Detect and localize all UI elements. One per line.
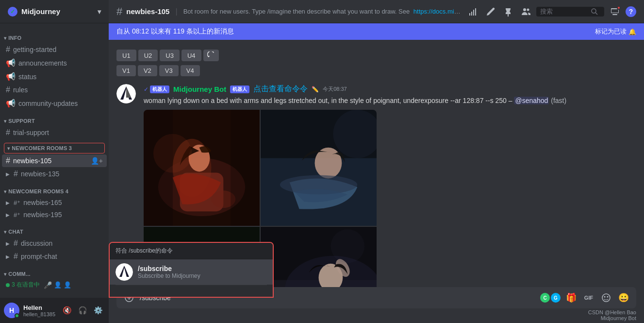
megaphone-icon: 📢 [6, 58, 16, 68]
notification-text: 自从 08:12 以来有 119 条以上的新消息 [116, 27, 234, 36]
inbox-icon-btn[interactable] [608, 5, 622, 18]
sidebar-item-newbies-165[interactable]: ▶ #⁺ newbies-165 [2, 197, 107, 208]
gift-button[interactable]: 🎁 [564, 291, 578, 305]
pin-icon-btn[interactable] [501, 5, 515, 18]
cg-icon-group[interactable]: C G [540, 293, 561, 303]
image-cell-2[interactable] [261, 110, 377, 226]
mute-button[interactable]: 🔇 [60, 304, 74, 317]
refresh-button[interactable] [203, 50, 219, 61]
megaphone-icon: 📢 [6, 99, 16, 108]
members-icon-btn[interactable] [519, 5, 532, 18]
headset-button[interactable]: 🎧 [76, 304, 89, 317]
sidebar-item-trial-support[interactable]: # trial-support [2, 126, 107, 139]
docs-link[interactable]: https://docs.midjourney... [413, 8, 462, 15]
hash-icon: # [6, 85, 10, 94]
user-icon-1: 👤 [54, 281, 62, 289]
user-controls: 🔇 🎧 ⚙️ [60, 304, 105, 317]
sidebar-item-announcements[interactable]: 📢 announcements [2, 56, 107, 69]
section-support[interactable]: ▾ SUPPORT [0, 110, 109, 126]
channel-label: community-updates [18, 100, 78, 107]
edit-icon-btn[interactable] [484, 5, 497, 18]
sticker-button[interactable] [599, 291, 613, 305]
message-timestamp: 今天08:37 [323, 85, 347, 93]
author-bot-tag: 机器人 [230, 85, 249, 93]
sidebar-item-newbies-135[interactable]: ▶ # newbies-135 [2, 168, 107, 180]
sidebar-item-discussion[interactable]: ▶ # discussion [2, 237, 107, 250]
search-box[interactable] [536, 7, 604, 17]
message-header: ✓ 机器人 Midjourney Bot 机器人 点击查看命令令 ✏️ 今天08… [144, 84, 636, 94]
settings-button[interactable]: ⚙️ [91, 304, 105, 317]
mj-icon-small [116, 263, 133, 281]
channel-label: newbies-105 [13, 157, 51, 165]
command-popup: 符合 /subscribe的命令 /subscribe Subscribe to… [109, 242, 274, 298]
server-icon: ✓ [8, 7, 17, 17]
section-label-info: INFO [8, 35, 21, 41]
svg-line-3 [595, 13, 597, 15]
sticker-icon [601, 293, 611, 303]
midjourney-logo [116, 84, 136, 103]
sidebar-item-rules[interactable]: # rules [2, 84, 107, 96]
u4-button[interactable]: U4 [182, 50, 201, 61]
avatar-letter: H [9, 306, 14, 314]
megaphone-icon: 📢 [6, 72, 16, 81]
voice-count-label: 3 在语音中 [12, 281, 40, 289]
sidebar-item-getting-started[interactable]: # getting-started [2, 43, 107, 56]
edit-icon: ✏️ [312, 86, 319, 93]
inbox-badge [617, 6, 621, 10]
section-info[interactable]: ▾ INFO [0, 27, 109, 43]
avatar: H [4, 303, 19, 318]
section-toggle-info: ▾ [4, 35, 6, 41]
server-dropdown-icon[interactable]: ▾ [98, 8, 101, 16]
sidebar-item-status[interactable]: 📢 status [2, 70, 107, 83]
section-newcomer-4[interactable]: ▾ NEWCOMER ROOMS 4 [0, 181, 109, 196]
hash-icon: # [14, 252, 18, 261]
sidebar-item-newbies-195[interactable]: ▶ #⁺ newbies-195 [2, 209, 107, 221]
c-icon[interactable]: C [540, 293, 550, 303]
v4-button[interactable]: V4 [181, 65, 200, 76]
svg-rect-4 [612, 14, 617, 15]
bottom-action-row: V1 V2 V3 V4 [116, 65, 636, 76]
hash-icon: # [6, 45, 10, 54]
user-bar: H Hellen hellen_81385 🔇 🎧 ⚙️ [0, 298, 109, 323]
bottom-attribution: CSDN @Hellen Bao [116, 308, 636, 315]
image-cell-4[interactable] [261, 227, 377, 287]
signal-icon-btn[interactable] [466, 5, 480, 18]
hash-star-icon: #⁺ [14, 199, 20, 206]
gif-button[interactable]: GIF [582, 291, 595, 305]
section-newcomer-3[interactable]: ▾ NEWCOMER ROOMS 3 [4, 143, 105, 153]
hash-icon: # [14, 170, 18, 178]
section-chat[interactable]: ▾ CHAT [0, 221, 109, 237]
v2-button[interactable]: V2 [138, 65, 157, 76]
sidebar-item-newbies-105[interactable]: # newbies-105 👤+ [2, 154, 107, 167]
server-header[interactable]: ✓ Midjourney ▾ [0, 0, 109, 23]
section-toggle-comm: ▾ [4, 272, 6, 277]
section-label-newcomer3: NEWCOMER ROOMS 3 [12, 145, 72, 151]
channel-header: # newbies-105 | Bot room for new users. … [109, 0, 644, 23]
sidebar-item-prompt-chat[interactable]: ▶ # prompt-chat [2, 250, 107, 263]
u2-button[interactable]: U2 [138, 50, 158, 61]
section-comm[interactable]: ▾ COMM... [0, 263, 109, 279]
v3-button[interactable]: V3 [159, 65, 179, 76]
emoji-button[interactable]: 😀 [617, 291, 630, 305]
channel-label: getting-started [13, 46, 57, 53]
u1-button[interactable]: U1 [116, 50, 136, 61]
u3-button[interactable]: U3 [160, 50, 180, 61]
help-icon-btn[interactable]: ? [626, 6, 636, 17]
g-icon[interactable]: G [551, 293, 561, 303]
csdn-label: CSDN @Hellen Bao [588, 309, 636, 315]
hash-star-icon: #⁺ [14, 211, 20, 219]
section-label-support: SUPPORT [8, 118, 35, 124]
v1-button[interactable]: V1 [116, 65, 136, 76]
bot-verified-tag: 机器人 [150, 85, 169, 93]
hash-icon: # [6, 156, 10, 165]
channel-label: newbies-165 [23, 199, 62, 206]
mark-read-button[interactable]: 标记为已读 🔔 [595, 27, 636, 36]
sidebar-item-community-updates[interactable]: 📢 community-updates [2, 97, 107, 110]
add-member-icon[interactable]: 👤+ [91, 157, 103, 165]
command-item-subscribe[interactable]: /subscribe Subscribe to Midjourney [110, 259, 273, 285]
command-link[interactable]: 点击查看命令令 [253, 84, 308, 94]
section-toggle-newcomer4: ▾ [4, 189, 6, 194]
search-input[interactable] [540, 8, 589, 15]
image-cell-1[interactable] [144, 110, 260, 226]
section-label-newcomer4: NEWCOMER ROOMS 4 [8, 188, 68, 194]
